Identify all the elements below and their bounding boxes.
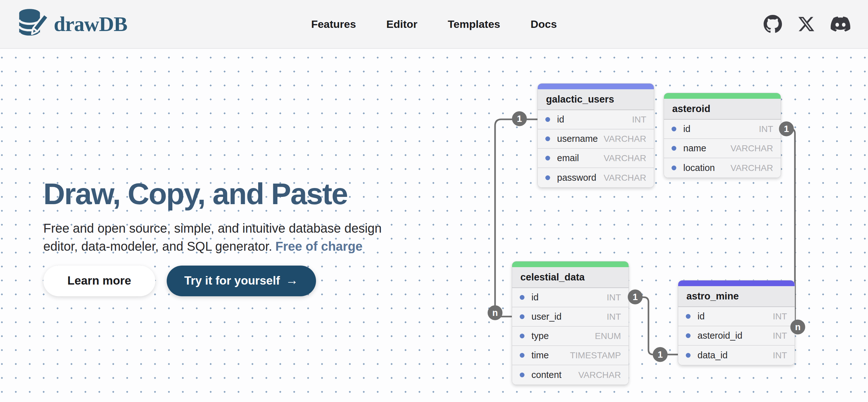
table-row[interactable]: location VARCHAR	[664, 158, 781, 178]
drawdb-logo-icon	[18, 7, 49, 41]
field-type: ENUM	[595, 331, 621, 341]
hero-section: Draw, Copy, and Paste Free and open sour…	[43, 177, 416, 296]
table-row[interactable]: time TIMESTAMP	[512, 346, 628, 365]
learn-more-button[interactable]: Learn more	[43, 265, 155, 296]
free-of-charge-link[interactable]: Free of charge	[275, 239, 363, 253]
table-row[interactable]: content VARCHAR	[512, 365, 628, 384]
field-dot-icon	[686, 353, 690, 358]
field-name: location	[683, 163, 715, 173]
cardinality-badge: 1	[628, 290, 643, 305]
field-name: username	[557, 134, 598, 144]
table-row[interactable]: type ENUM	[512, 327, 628, 346]
table-row[interactable]: asteroid_id INT	[678, 326, 795, 346]
field-dot-icon	[672, 146, 676, 151]
field-type: VARCHAR	[603, 173, 646, 183]
field-type: INT	[607, 292, 621, 303]
table-row[interactable]: email VARCHAR	[538, 149, 654, 168]
table-title: astro_mine	[678, 286, 795, 307]
table-row[interactable]: username VARCHAR	[538, 130, 654, 149]
field-name: content	[531, 370, 561, 380]
nav-link-editor[interactable]: Editor	[386, 18, 417, 30]
field-type: INT	[773, 312, 787, 322]
table-card-asteroid[interactable]: asteroid id INT name VARCHAR location VA…	[664, 93, 781, 178]
field-name: password	[557, 173, 596, 183]
cardinality-badge: 1	[512, 111, 527, 126]
field-dot-icon	[520, 295, 524, 300]
table-title: asteroid	[664, 99, 781, 120]
nav-link-templates[interactable]: Templates	[448, 18, 500, 30]
cardinality-badge: n	[488, 306, 503, 320]
field-type: TIMESTAMP	[570, 350, 621, 361]
diagram-canvas[interactable]: Draw, Copy, and Paste Free and open sour…	[0, 49, 868, 402]
try-it-button[interactable]: Try it for yourself →	[167, 265, 316, 296]
field-dot-icon	[545, 175, 550, 180]
table-accent-strip	[538, 84, 654, 89]
field-type: VARCHAR	[603, 153, 646, 163]
table-card-galactic-users[interactable]: galactic_users id INT username VARCHAR e…	[537, 83, 654, 188]
field-name: id	[557, 114, 564, 125]
field-dot-icon	[520, 314, 524, 319]
table-row[interactable]: id INT	[664, 120, 781, 139]
top-navbar: drawDB Features Editor Templates Docs	[0, 0, 868, 49]
table-accent-strip	[512, 261, 628, 267]
field-dot-icon	[545, 117, 550, 122]
field-name: data_id	[698, 350, 727, 361]
field-name: id	[531, 292, 539, 303]
x-icon[interactable]	[798, 16, 814, 32]
field-dot-icon	[545, 137, 550, 141]
brand-logo[interactable]: drawDB	[18, 7, 127, 41]
field-type: INT	[759, 124, 773, 134]
field-name: user_id	[531, 312, 561, 322]
field-type: VARCHAR	[578, 370, 621, 380]
nav-link-docs[interactable]: Docs	[530, 18, 557, 30]
table-title: galactic_users	[538, 89, 654, 110]
field-name: name	[683, 143, 706, 153]
field-type: INT	[632, 115, 646, 125]
cardinality-badge: n	[790, 320, 805, 335]
field-name: time	[531, 350, 549, 361]
table-row[interactable]: user_id INT	[512, 307, 628, 327]
field-dot-icon	[545, 156, 550, 161]
table-card-celestial-data[interactable]: celestial_data id INT user_id INT type E…	[512, 261, 629, 385]
field-name: email	[557, 153, 579, 163]
try-it-label: Try it for yourself	[184, 274, 280, 287]
field-type: INT	[607, 312, 621, 322]
discord-icon[interactable]	[831, 14, 850, 34]
field-name: id	[683, 124, 690, 134]
field-dot-icon	[686, 314, 690, 319]
table-row[interactable]: id INT	[678, 307, 795, 326]
table-card-astro-mine[interactable]: astro_mine id INT asteroid_id INT data_i…	[678, 280, 795, 365]
field-type: INT	[773, 331, 787, 341]
table-accent-strip	[678, 281, 795, 286]
field-dot-icon	[520, 373, 524, 377]
field-dot-icon	[686, 333, 690, 338]
social-links	[764, 14, 850, 34]
table-accent-strip	[664, 93, 781, 99]
arrow-right-icon: →	[286, 273, 298, 287]
table-title: celestial_data	[512, 267, 628, 288]
field-dot-icon	[520, 353, 524, 358]
field-type: INT	[773, 350, 787, 361]
field-type: VARCHAR	[603, 134, 646, 144]
field-name: asteroid_id	[698, 331, 742, 341]
table-row[interactable]: name VARCHAR	[664, 139, 781, 158]
hero-buttons: Learn more Try it for yourself →	[43, 265, 416, 296]
relationship-line-celestial-astro[interactable]	[629, 297, 678, 354]
table-row[interactable]: data_id INT	[678, 346, 795, 365]
page-title: Draw, Copy, and Paste	[43, 177, 416, 210]
field-name: id	[698, 311, 705, 322]
table-row[interactable]: id INT	[512, 288, 628, 307]
main-nav: Features Editor Templates Docs	[311, 0, 557, 48]
nav-link-features[interactable]: Features	[311, 18, 356, 30]
field-dot-icon	[520, 334, 524, 338]
table-row[interactable]: id INT	[538, 110, 654, 130]
cardinality-badge: 1	[653, 347, 668, 362]
brand-name: drawDB	[54, 12, 127, 36]
cardinality-badge: 1	[779, 121, 794, 137]
field-dot-icon	[672, 126, 676, 132]
table-row[interactable]: password VARCHAR	[538, 168, 654, 188]
field-type: VARCHAR	[731, 143, 773, 153]
field-dot-icon	[672, 166, 676, 170]
github-icon[interactable]	[764, 15, 782, 33]
field-name: type	[531, 331, 549, 341]
